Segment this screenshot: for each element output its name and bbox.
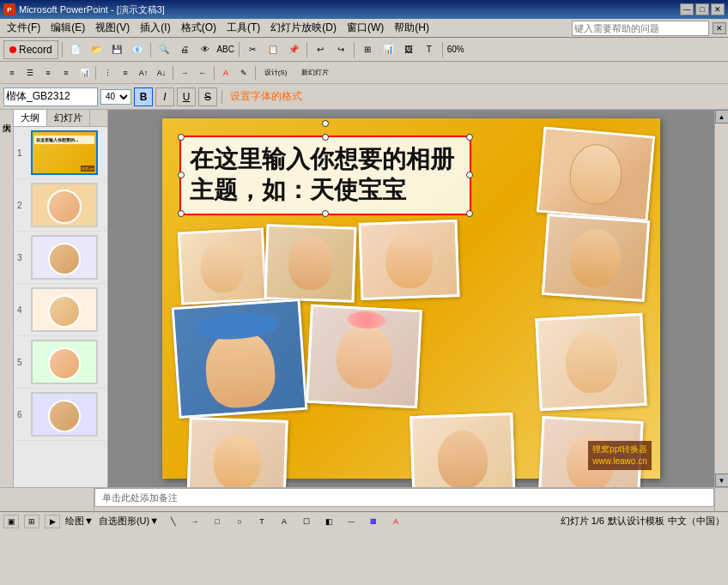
- outline-tab[interactable]: 大纲: [0, 113, 15, 120]
- maximize-button[interactable]: □: [695, 3, 709, 15]
- redo-button[interactable]: ↪: [331, 40, 350, 59]
- strikethrough-button[interactable]: S: [198, 87, 217, 106]
- font-shrink-button[interactable]: A↓: [153, 64, 170, 81]
- font-color-button[interactable]: A: [217, 64, 234, 81]
- handle-mr[interactable]: [466, 172, 473, 178]
- italic-button[interactable]: I: [155, 87, 174, 106]
- linecolor-button[interactable]: —: [343, 513, 360, 530]
- slide-item[interactable]: 3: [14, 232, 107, 284]
- justify-button[interactable]: ≡: [58, 64, 75, 81]
- textbox-button[interactable]: T: [420, 40, 439, 59]
- chart-button[interactable]: 📊: [379, 40, 397, 59]
- new-slide-button[interactable]: 新幻灯片: [294, 64, 337, 81]
- close-button[interactable]: ✕: [711, 3, 725, 15]
- menu-file[interactable]: 文件(F): [2, 19, 46, 37]
- design-button[interactable]: 设计(S): [258, 64, 293, 81]
- menu-view[interactable]: 视图(V): [90, 19, 135, 37]
- indent-in-button[interactable]: →: [176, 64, 193, 81]
- scroll-track[interactable]: [716, 124, 728, 473]
- list2-button[interactable]: ≡: [117, 64, 134, 81]
- slide-thumbnail[interactable]: 在这里输入你想要的... 狸窝ppt: [31, 130, 98, 175]
- menu-insert[interactable]: 插入(I): [135, 19, 175, 37]
- spell-button[interactable]: ABC: [216, 40, 235, 59]
- arrow-button[interactable]: →: [186, 513, 203, 530]
- 3d-button[interactable]: ◧: [320, 513, 337, 530]
- search-button[interactable]: 🔍: [155, 40, 173, 59]
- slides-view-tab[interactable]: 幻灯片: [47, 110, 90, 126]
- handle-br[interactable]: [466, 210, 473, 217]
- handle-tl[interactable]: [178, 134, 185, 141]
- line-button[interactable]: ╲: [164, 513, 181, 530]
- handle-ml[interactable]: [178, 172, 185, 178]
- slide-item[interactable]: 6: [14, 389, 107, 441]
- slide-item[interactable]: 1 在这里输入你想要的... 狸窝ppt: [14, 127, 107, 179]
- slide-thumbnail[interactable]: [31, 183, 98, 227]
- new-file-button[interactable]: 📄: [66, 40, 85, 59]
- fillcolor-button[interactable]: ▩: [365, 513, 382, 530]
- slide-thumbnail[interactable]: [31, 235, 98, 280]
- title-bar-controls[interactable]: — □ ✕: [680, 3, 725, 15]
- bold-button[interactable]: B: [134, 87, 153, 106]
- menu-edit[interactable]: 编辑(E): [46, 19, 90, 37]
- img-button[interactable]: 🖼: [399, 40, 418, 59]
- align-left-button[interactable]: ≡: [3, 64, 21, 81]
- handle-bc[interactable]: [322, 210, 329, 217]
- menu-slideshow[interactable]: 幻灯片放映(D): [265, 19, 342, 37]
- font-size-select[interactable]: 40283648: [100, 89, 131, 105]
- slide-canvas[interactable]: 在这里输入你想要的相册主题，如：天使宝宝: [162, 118, 660, 479]
- chart2-button[interactable]: 📊: [76, 64, 93, 81]
- slide-item[interactable]: 5: [14, 336, 107, 389]
- menu-window[interactable]: 窗口(W): [342, 19, 389, 37]
- note-area[interactable]: 单击此处添加备注: [94, 488, 714, 507]
- help-search-input[interactable]: [572, 21, 709, 36]
- handle-bl[interactable]: [178, 210, 185, 217]
- auto-shapes-label[interactable]: 自选图形(U)▼: [99, 515, 159, 528]
- align-center-button[interactable]: ☰: [21, 64, 39, 81]
- rect-button[interactable]: □: [209, 513, 226, 530]
- help-close-button[interactable]: ✕: [713, 22, 726, 34]
- list-button[interactable]: ⋮: [99, 64, 116, 81]
- menu-help[interactable]: 帮助(H): [389, 19, 434, 37]
- cut-button[interactable]: ✂: [243, 40, 262, 59]
- slide-item[interactable]: 2: [14, 179, 107, 232]
- right-scrollbar[interactable]: ▲ ▼: [714, 110, 728, 487]
- record-button[interactable]: Record: [3, 40, 58, 59]
- normal-view-button[interactable]: ▣: [3, 515, 19, 528]
- menu-tools[interactable]: 工具(T): [221, 19, 265, 37]
- highlight-button[interactable]: ✎: [235, 64, 252, 81]
- handle-tr[interactable]: [466, 134, 473, 141]
- slide-item[interactable]: 4: [14, 284, 107, 336]
- paste-button[interactable]: 📌: [284, 40, 303, 59]
- minimize-button[interactable]: —: [680, 3, 694, 15]
- handle-tc[interactable]: [322, 134, 329, 141]
- preview-button[interactable]: 👁: [196, 40, 215, 59]
- underline-button[interactable]: U: [177, 87, 196, 106]
- slideshow-button[interactable]: ▶: [45, 515, 60, 528]
- open-button[interactable]: 📂: [87, 40, 106, 59]
- save-button[interactable]: 💾: [107, 40, 126, 59]
- slide-thumbnail[interactable]: [31, 287, 98, 332]
- font-grow-button[interactable]: A↑: [135, 64, 152, 81]
- print-button[interactable]: 🖨: [175, 40, 194, 59]
- textbox-status-button[interactable]: T: [253, 513, 270, 530]
- slide-sorter-button[interactable]: ⊞: [24, 515, 39, 528]
- wordart-button[interactable]: A: [276, 513, 293, 530]
- copy-button[interactable]: 📋: [264, 40, 282, 59]
- menu-format[interactable]: 格式(O): [176, 19, 221, 37]
- outline-view-tab[interactable]: 大纲: [14, 110, 47, 126]
- align-right-button[interactable]: ≡: [39, 64, 57, 81]
- indent-out-button[interactable]: ←: [194, 64, 211, 81]
- scroll-up-button[interactable]: ▲: [715, 110, 729, 124]
- slide-thumbnail[interactable]: [31, 340, 98, 384]
- slide-text-box[interactable]: 在这里输入你想要的相册主题，如：天使宝宝: [179, 136, 471, 215]
- slide-thumbnail[interactable]: [31, 392, 98, 437]
- font-name-input[interactable]: [3, 87, 98, 106]
- rotation-handle[interactable]: [322, 120, 329, 127]
- undo-button[interactable]: ↩: [311, 40, 330, 59]
- scroll-down-button[interactable]: ▼: [715, 473, 729, 487]
- zoom-button[interactable]: 60%: [446, 40, 465, 59]
- fontcolor-status-button[interactable]: A: [387, 513, 404, 530]
- shadow-button[interactable]: ☐: [298, 513, 315, 530]
- email-button[interactable]: 📧: [128, 40, 147, 59]
- oval-button[interactable]: ○: [231, 513, 248, 530]
